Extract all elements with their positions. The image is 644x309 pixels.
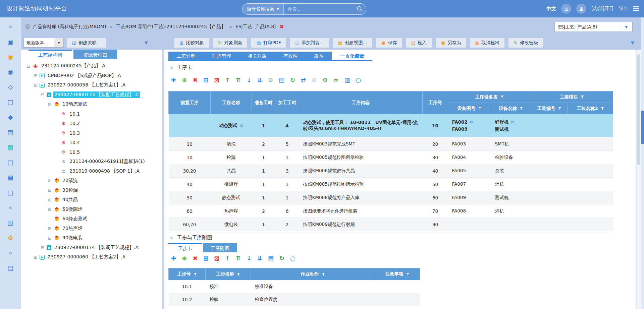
window-scrollbar[interactable]	[641, 17, 644, 309]
tree-node-label[interactable]: 70热声焊	[61, 225, 84, 232]
refresh-icon[interactable]: ↻	[279, 255, 284, 261]
add-icon[interactable]: ✚	[171, 77, 176, 83]
delete-icon[interactable]: ✖	[193, 255, 198, 261]
team-orange-icon[interactable]: ◉	[8, 54, 13, 60]
monitor-icon[interactable]: □	[7, 189, 13, 196]
chevron-down-icon[interactable]: ▼	[54, 38, 63, 47]
create-view-button[interactable]: ▦创建视图...	[333, 38, 372, 48]
operation-row-60[interactable]: 50静态测试11按照KM008规范将产品入库60FA009测试机	[169, 191, 613, 204]
menu-icon[interactable]	[633, 6, 639, 11]
scrollbar-thumb[interactable]	[641, 111, 644, 144]
doc-icon[interactable]: ▥	[344, 77, 350, 83]
tree-node[interactable]: ⊞90微电装	[24, 233, 162, 243]
tree-node-label[interactable]: 231124-0000245【产品】 A	[40, 63, 107, 69]
collapse-chevron-icon[interactable]: ∨	[170, 235, 173, 240]
chevron-down-icon[interactable]: ∨	[144, 40, 148, 46]
tree-node[interactable]: ⚙10.2	[24, 119, 162, 128]
filter-icon[interactable]	[406, 273, 410, 276]
link-icon[interactable]: ∞	[333, 77, 338, 83]
tab-一页化编辑[interactable]: 一页化编辑	[332, 52, 372, 60]
tree-expander-icon[interactable]: ⊞	[47, 188, 52, 193]
add-icon[interactable]: ✚	[171, 255, 176, 261]
tree-tab-资源管理器[interactable]: 资源管理器	[73, 50, 117, 59]
filter-icon[interactable]	[500, 96, 504, 99]
cancel-checkout-button[interactable]: ⊠取消检出	[470, 38, 504, 48]
col-prep-hours[interactable]: 准备工时	[252, 91, 275, 114]
add-row-icon[interactable]: ⊞	[203, 255, 208, 261]
tree-node-label[interactable]: 40共晶	[61, 196, 79, 203]
col-process-hours[interactable]: 加工工时	[275, 91, 299, 114]
print-pdf-button[interactable]: ▤打印PDF	[251, 38, 286, 48]
close-icon[interactable]: ✖	[280, 24, 284, 30]
col-equipment-name[interactable]: 设备名称	[491, 103, 531, 114]
create-relation-button[interactable]: ⊞ 创建关联...	[67, 38, 106, 48]
tree-expander-icon[interactable]: ⊞	[47, 207, 52, 212]
col-operation-name[interactable]: 工序名称	[211, 91, 252, 114]
filter-icon[interactable]	[237, 273, 240, 276]
swap-icon[interactable]: ⇄	[301, 77, 306, 83]
tree-node[interactable]: 60静态测试	[24, 214, 162, 224]
import-icon[interactable]: ⊕	[182, 255, 187, 261]
refresh-icon[interactable]: ↻	[290, 77, 295, 83]
tree-node[interactable]: ⚙10.5	[24, 147, 162, 157]
move-up-icon[interactable]: ↑	[225, 77, 230, 83]
tree-expander-icon[interactable]: ⊞	[47, 197, 52, 202]
tab-版本[interactable]: 版本	[306, 52, 332, 60]
tree-node[interactable]: ⊟◉231124-0000245【产品】 A	[24, 61, 162, 71]
tab-有效性[interactable]: 有效性	[275, 52, 306, 60]
col-step-name[interactable]: 工步名称	[206, 268, 251, 280]
tree-node[interactable]: ⊞70热声焊	[24, 224, 162, 234]
process-version-value[interactable]: ESJ工艺: 产品(A.8)	[554, 22, 620, 32]
tree-node[interactable]: ▤231019-0000498 【SOP-1】.A	[24, 167, 162, 176]
chevron-down-icon[interactable]: ∨	[631, 40, 635, 46]
filter-icon[interactable]	[581, 96, 584, 99]
operation-row-50[interactable]: 40微隙焊11按照KM005规范按图所示检验50FA007焊机	[169, 178, 613, 191]
tree-expander-icon[interactable]: ⊟	[33, 83, 38, 88]
tree-node-label[interactable]: 231019-0000498 【SOP-1】.A	[68, 168, 141, 175]
col-group-equipment[interactable]: 工序设备表	[448, 91, 531, 103]
workstation-icon[interactable]: □	[7, 159, 13, 166]
operation-row-30[interactable]: 10检漏11按照KM005规范按图所示检验30FA004检验设备	[169, 151, 613, 164]
tree-node-label[interactable]: 90微电装	[61, 235, 84, 241]
move-up-icon[interactable]: ↑	[225, 255, 230, 261]
export-doc-icon[interactable]: ▤	[279, 77, 284, 83]
tree-expander-icon[interactable]: ⊟	[47, 102, 52, 107]
resource-grid-icon[interactable]: ▦	[7, 144, 13, 150]
team-blue-icon[interactable]: ◉	[8, 69, 13, 75]
scrollbar-thumb[interactable]	[637, 54, 640, 165]
tree-expander-icon[interactable]: ⊞	[33, 73, 38, 78]
tree-node-label[interactable]: 230927-0000174 【装调工艺规程】.A	[53, 244, 140, 251]
col-pre-operation[interactable]: 前置工序	[169, 91, 211, 114]
add-row-icon[interactable]: ⊞	[203, 77, 208, 83]
tree-node-label[interactable]: 10.2	[68, 120, 81, 126]
kanban-icon[interactable]: ▥	[7, 220, 13, 226]
preview-icon[interactable]: ⊙	[268, 77, 273, 83]
sync-icon[interactable]: ○	[356, 77, 361, 83]
language-switch[interactable]: 中文	[546, 6, 556, 12]
tree-node-label[interactable]: 10.4	[68, 139, 81, 145]
collapse-left-icon[interactable]: «	[8, 204, 12, 211]
step-row-10.1[interactable]: 10.1校准校准设备	[169, 280, 420, 293]
operation-row-90[interactable]: 60,70微电装12按照KM009规范进行射频90	[169, 218, 613, 231]
content-scrollbar[interactable]	[636, 50, 641, 309]
tree-node-label[interactable]: CPBOP-002 【S成品产品BOP】.A	[46, 72, 122, 79]
modify-secrecy-button[interactable]: ✎修改密级	[508, 38, 543, 48]
tree-node-label[interactable]: 50微隙焊	[61, 206, 84, 213]
collapse-right-icon[interactable]: »	[8, 23, 12, 30]
settings-icon[interactable]: ⚙	[322, 77, 328, 83]
import-icon[interactable]: ⊕	[182, 77, 187, 83]
col-operation-content[interactable]: 工序内容	[299, 91, 423, 114]
tree-expander-icon[interactable]: ⊟	[40, 92, 45, 97]
tree-node[interactable]: ⚙231124-00002461911[盖板]A(1)	[24, 157, 162, 167]
move-down-icon[interactable]: ↓	[247, 255, 252, 261]
search-type-dropdown[interactable]: 编号名称搜索 ▼	[243, 4, 284, 14]
breadcrumb-item[interactable]: ESJ工艺: 产品(A.8)	[235, 24, 276, 30]
tree-node[interactable]: ⚙10.4	[24, 138, 162, 147]
tree-node[interactable]: ⊞30检漏	[24, 186, 162, 195]
tree-node-label[interactable]: 30检漏	[61, 187, 79, 194]
tree-node[interactable]: ⚙10.3	[24, 128, 162, 138]
current-user[interactable]: [内部]开目	[591, 6, 614, 12]
filter-icon[interactable]	[478, 107, 482, 110]
chevron-down-icon[interactable]: ▼	[620, 22, 633, 32]
tree-expander-icon[interactable]: ⊞	[47, 226, 52, 231]
